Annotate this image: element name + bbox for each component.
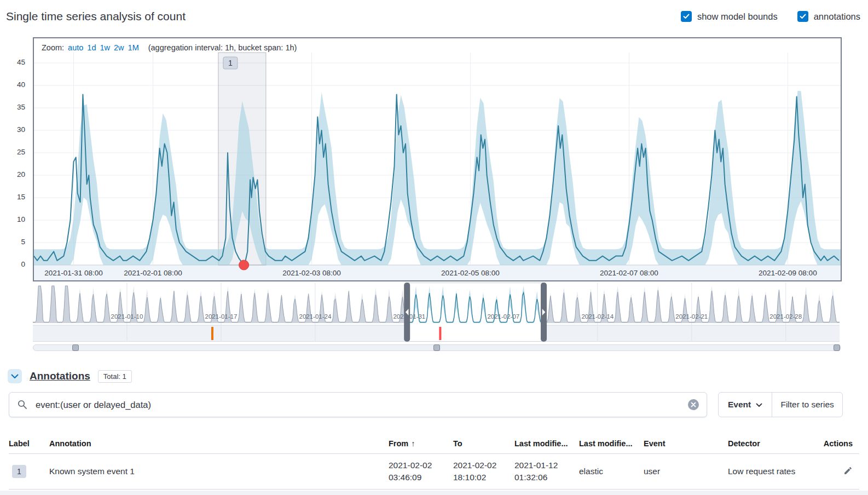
annotations-table: Label Annotation From ↑ To Last modifie.… — [9, 434, 859, 490]
y-axis-label: 40 — [4, 80, 25, 89]
y-axis-label: 0 — [4, 260, 25, 268]
to-cell: 2021-02-02 18:10:02 — [453, 459, 514, 484]
column-header-actions: Actions — [821, 439, 859, 448]
timeline-scrollbar[interactable] — [33, 344, 841, 351]
annotations-label: annotations — [814, 11, 860, 22]
x-axis-label: 2021-01-31 08:00 — [44, 269, 103, 277]
context-date-label: 2021-02-07 — [487, 313, 519, 320]
context-date-label: 2021-02-21 — [675, 313, 708, 320]
table-row: 1 Known system event 1 2021-02-02 03:46:… — [9, 454, 859, 490]
annotation-marker[interactable] — [211, 327, 213, 340]
column-header-label: Label — [9, 439, 49, 448]
show-model-bounds-checkbox[interactable]: show model bounds — [681, 11, 778, 22]
context-date-label: 2021-02-28 — [769, 313, 802, 320]
column-header-event[interactable]: Event — [644, 439, 728, 448]
context-date-label: 2021-01-10 — [111, 313, 143, 320]
y-axis-label: 45 — [4, 58, 25, 66]
anomaly-marker[interactable] — [239, 260, 249, 270]
clear-search-button[interactable] — [688, 399, 699, 410]
page-title: Single time series analysis of count — [6, 10, 186, 23]
x-axis-label: 2021-02-01 08:00 — [124, 269, 182, 277]
zoom-option-1M[interactable]: 1M — [128, 43, 139, 52]
annotation-text-cell: Known system event 1 — [49, 467, 389, 476]
table-header-row: Label Annotation From ↑ To Last modifie.… — [9, 434, 859, 454]
x-axis-label: 2021-02-09 08:00 — [759, 269, 817, 277]
annotation-marker[interactable] — [439, 327, 441, 340]
annotations-total-badge: Total: 1 — [98, 370, 132, 383]
checkbox-checked-icon — [681, 11, 692, 22]
annotation-label-badge: 1 — [12, 465, 26, 478]
collapse-annotations-button[interactable] — [8, 369, 22, 383]
column-header-last-modified-date[interactable]: Last modifie... — [514, 439, 579, 448]
y-axis-label: 35 — [4, 103, 25, 111]
annotations-title[interactable]: Annotations — [30, 370, 90, 382]
chart-options: show model bounds annotations — [681, 11, 860, 22]
bottom-divider — [0, 491, 868, 495]
y-axis-label: 20 — [4, 170, 25, 179]
context-date-label: 2021-02-14 — [581, 313, 614, 320]
show-model-bounds-label: show model bounds — [697, 11, 778, 22]
last-modified-by-cell: elastic — [579, 467, 644, 476]
context-chart-svg[interactable]: 2021-01-102021-01-172021-01-242021-01-31… — [33, 283, 840, 342]
annotations-section-header: Annotations Total: 1 — [8, 369, 132, 383]
context-date-label: 2021-01-24 — [299, 313, 331, 320]
model-bounds-band — [34, 91, 841, 265]
context-chart: 2021-01-102021-01-172021-01-242021-01-31… — [33, 283, 840, 342]
from-cell: 2021-02-02 03:46:09 — [389, 459, 453, 484]
search-input[interactable] — [34, 399, 688, 411]
chevron-down-icon — [11, 372, 19, 381]
zoom-option-1w[interactable]: 1w — [100, 43, 110, 52]
search-icon — [17, 399, 28, 410]
column-header-detector[interactable]: Detector — [728, 439, 821, 448]
x-axis-label: 2021-02-05 08:00 — [441, 269, 500, 277]
last-modified-date-cell: 2021-01-12 01:32:06 — [514, 459, 579, 484]
zoom-controls: Zoom: auto 1d 1w 2w 1M (aggregation inte… — [42, 43, 297, 52]
chevron-down-icon — [756, 400, 762, 410]
edit-annotation-button[interactable] — [843, 466, 853, 477]
x-axis-label: 2021-02-03 08:00 — [282, 269, 341, 277]
checkbox-checked-icon — [797, 11, 808, 22]
context-date-label: 2021-01-17 — [205, 313, 238, 320]
column-header-last-modified-by[interactable]: Last modifie... — [579, 439, 644, 448]
zoom-option-1d[interactable]: 1d — [87, 43, 96, 52]
zoom-label: Zoom: — [42, 43, 64, 52]
scrollbar-handle-left[interactable] — [72, 344, 79, 351]
scrollbar-handle-center[interactable] — [433, 344, 440, 351]
y-axis-label: 15 — [4, 193, 25, 201]
event-cell: user — [644, 467, 728, 476]
event-filter-label: Event — [728, 400, 751, 410]
y-axis-label: 25 — [4, 148, 25, 156]
main-timeseries-chart[interactable]: 12021-01-31 08:002021-02-01 08:002021-02… — [34, 38, 841, 280]
annotations-search — [9, 392, 707, 417]
pencil-icon — [843, 466, 853, 477]
close-icon — [691, 401, 696, 409]
aggregation-note: (aggregation interval: 1h, bucket span: … — [148, 43, 297, 52]
svg-text:1: 1 — [228, 59, 233, 67]
detector-cell: Low request rates — [728, 467, 821, 476]
filter-to-series-button[interactable]: Filter to series — [772, 393, 842, 417]
zoom-option-2w[interactable]: 2w — [114, 43, 124, 52]
sort-ascending-icon: ↑ — [411, 439, 415, 448]
annotations-checkbox[interactable]: annotations — [797, 11, 860, 22]
zoom-option-auto[interactable]: auto — [68, 43, 83, 52]
y-axis-label: 10 — [4, 215, 25, 223]
timeseries-chart-panel: Zoom: auto 1d 1w 2w 1M (aggregation inte… — [33, 37, 842, 281]
event-filter-button[interactable]: Event — [719, 393, 772, 417]
scrollbar-handle-right[interactable] — [834, 344, 840, 351]
column-header-to[interactable]: To — [453, 439, 514, 448]
y-axis-label: 30 — [4, 125, 25, 134]
y-axis-label: 5 — [4, 238, 25, 246]
x-axis-label: 2021-02-07 08:00 — [600, 269, 658, 277]
filter-button-group: Event Filter to series — [718, 392, 843, 417]
column-header-annotation[interactable]: Annotation — [49, 439, 389, 448]
column-header-from[interactable]: From ↑ — [389, 439, 453, 448]
